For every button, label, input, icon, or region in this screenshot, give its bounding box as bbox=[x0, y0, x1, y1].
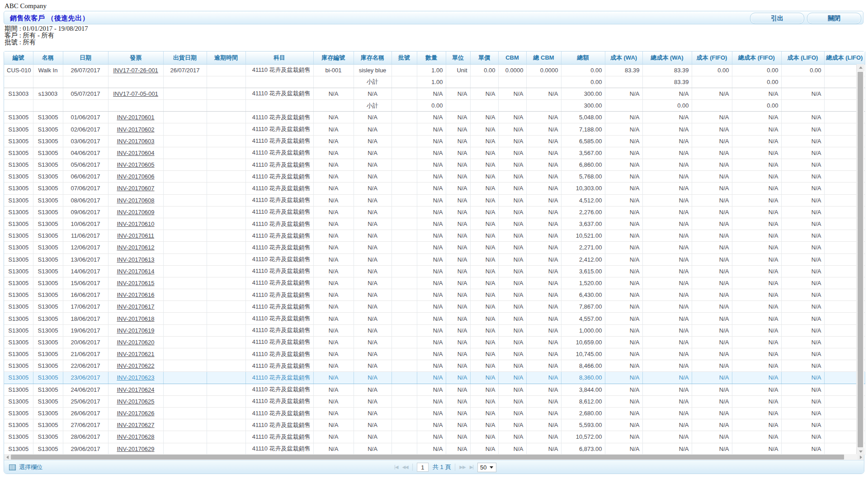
cell[interactable]: INV-20170623 bbox=[108, 372, 163, 384]
column-header-8[interactable]: 庫存名稱 bbox=[354, 52, 392, 64]
invoice-link[interactable]: INV-20170611 bbox=[117, 232, 154, 239]
table-row[interactable]: S13005S1300510/06/2017INV-2017061041110 … bbox=[4, 218, 865, 230]
cell[interactable]: INV-20170605 bbox=[108, 159, 163, 171]
invoice-link[interactable]: INV-20170612 bbox=[117, 244, 154, 251]
vertical-scrollbar[interactable] bbox=[856, 64, 864, 455]
column-header-15[interactable]: 總額 bbox=[561, 52, 605, 64]
cell[interactable]: INV-20170614 bbox=[108, 265, 163, 277]
table-row[interactable]: S13003s1300305/07/2017INV17-07-05-001411… bbox=[4, 88, 865, 99]
horizontal-scroll-thumb[interactable] bbox=[11, 455, 844, 460]
table-row[interactable]: S13005S1300524/06/2017INV-2017062441110 … bbox=[4, 384, 865, 395]
invoice-link[interactable]: INV-20170624 bbox=[117, 386, 154, 393]
table-row[interactable]: S13005S1300525/06/2017INV-2017062541110 … bbox=[4, 395, 865, 407]
table-row[interactable]: S13005S1300512/06/2017INV-2017061241110 … bbox=[4, 242, 865, 253]
column-header-5[interactable]: 逾期時間 bbox=[207, 52, 245, 64]
invoice-link[interactable]: INV-20170621 bbox=[117, 351, 154, 357]
cell[interactable]: INV-20170625 bbox=[108, 395, 163, 407]
cell[interactable]: INV-20170615 bbox=[108, 277, 163, 289]
cell[interactable]: INV-20170628 bbox=[108, 431, 163, 443]
export-button[interactable]: 引出 bbox=[750, 13, 804, 24]
column-header-19[interactable]: 總成本 (FIFO) bbox=[732, 52, 781, 64]
invoice-link[interactable]: INV-20170609 bbox=[117, 209, 154, 216]
invoice-link[interactable]: INV-20170610 bbox=[117, 221, 154, 227]
invoice-link[interactable]: INV-20170601 bbox=[117, 114, 154, 121]
cell[interactable]: INV-20170611 bbox=[108, 230, 163, 242]
table-row[interactable]: S13005S1300501/06/2017INV-2017060141110 … bbox=[4, 112, 865, 123]
table-row[interactable]: S13005S1300502/06/2017INV-2017060241110 … bbox=[4, 123, 865, 135]
cell[interactable]: INV-20170606 bbox=[108, 171, 163, 183]
vertical-scroll-thumb[interactable] bbox=[858, 72, 863, 447]
table-row[interactable]: S13005S1300522/06/2017INV-2017062241110 … bbox=[4, 360, 865, 372]
cell[interactable]: INV-20170629 bbox=[108, 443, 163, 455]
invoice-link[interactable]: INV-20170614 bbox=[117, 268, 154, 275]
column-header-18[interactable]: 成本 (FIFO) bbox=[692, 52, 732, 64]
page-size-select[interactable]: 50 bbox=[477, 463, 496, 472]
column-header-10[interactable]: 數量 bbox=[417, 52, 446, 64]
subtotal-row[interactable]: 小計0.00300.000.000.00 bbox=[4, 100, 865, 112]
column-header-2[interactable]: 日期 bbox=[63, 52, 108, 64]
table-row[interactable]: S13005S1300516/06/2017INV-2017061641110 … bbox=[4, 289, 865, 301]
table-row[interactable]: S13005S1300521/06/2017INV-2017062141110 … bbox=[4, 348, 865, 360]
table-row[interactable]: S13005S1300514/06/2017INV-2017061441110 … bbox=[4, 265, 865, 277]
page-input[interactable] bbox=[417, 463, 429, 472]
column-header-20[interactable]: 成本 (LIFO) bbox=[781, 52, 824, 64]
column-header-4[interactable]: 出貨日期 bbox=[163, 52, 207, 64]
invoice-link[interactable]: INV-20170627 bbox=[117, 422, 154, 428]
table-row[interactable]: S13005S1300503/06/2017INV-2017060341110 … bbox=[4, 135, 865, 147]
invoice-link[interactable]: INV-20170603 bbox=[117, 138, 154, 145]
table-row[interactable]: S13005S1300519/06/2017INV-2017061941110 … bbox=[4, 324, 865, 336]
table-row[interactable]: S13005S1300505/06/2017INV-2017060541110 … bbox=[4, 159, 865, 171]
invoice-link[interactable]: INV-20170626 bbox=[117, 410, 154, 417]
column-header-11[interactable]: 單位 bbox=[446, 52, 470, 64]
invoice-link[interactable]: INV-20170616 bbox=[117, 291, 154, 298]
invoice-link[interactable]: INV-20170606 bbox=[117, 173, 154, 180]
column-header-13[interactable]: CBM bbox=[498, 52, 526, 64]
invoice-link[interactable]: INV-20170629 bbox=[117, 446, 154, 452]
cell[interactable]: INV-20170601 bbox=[108, 112, 163, 123]
column-header-14[interactable]: 總 CBM bbox=[526, 52, 561, 64]
cell[interactable]: INV-20170620 bbox=[108, 336, 163, 348]
invoice-link[interactable]: INV-20170604 bbox=[117, 150, 154, 156]
column-header-12[interactable]: 單價 bbox=[470, 52, 498, 64]
invoice-link[interactable]: INV-20170618 bbox=[117, 315, 154, 322]
cell[interactable]: INV-20170616 bbox=[108, 289, 163, 301]
scroll-left-arrow-icon[interactable] bbox=[4, 454, 10, 460]
invoice-link[interactable]: INV-20170602 bbox=[117, 126, 154, 133]
table-row[interactable]: S13005S1300515/06/2017INV-2017061541110 … bbox=[4, 277, 865, 289]
cell[interactable]: INV17-07-05-001 bbox=[108, 88, 163, 99]
table-row[interactable]: S13005S1300527/06/2017INV-2017062741110 … bbox=[4, 419, 865, 431]
column-header-7[interactable]: 庫存編號 bbox=[313, 52, 354, 64]
table-row[interactable]: S13005S1300513/06/2017INV-2017061341110 … bbox=[4, 253, 865, 265]
cell[interactable]: INV-20170626 bbox=[108, 407, 163, 419]
column-header-21[interactable]: 總成本 (LIFO) bbox=[824, 52, 865, 64]
cell[interactable]: INV-20170618 bbox=[108, 313, 163, 324]
invoice-link[interactable]: INV-20170605 bbox=[117, 161, 154, 168]
close-button[interactable]: 關閉 bbox=[807, 13, 861, 24]
subtotal-row[interactable]: 小計1.000.0083.390.00 bbox=[4, 76, 865, 88]
next-page-button[interactable]: ▶▶ bbox=[459, 462, 465, 472]
table-row[interactable]: S13005S1300511/06/2017INV-2017061141110 … bbox=[4, 230, 865, 242]
cell[interactable]: INV-20170604 bbox=[108, 147, 163, 159]
cell[interactable]: INV17-07-26-001 bbox=[108, 64, 163, 76]
invoice-link[interactable]: INV17-07-05-001 bbox=[113, 90, 158, 97]
prev-page-button[interactable]: ◀◀ bbox=[402, 462, 408, 472]
table-row[interactable]: S13005S1300528/06/2017INV-2017062841110 … bbox=[4, 431, 865, 443]
invoice-link[interactable]: INV-20170613 bbox=[117, 256, 154, 263]
table-row[interactable]: S13005S1300529/06/2017INV-2017062941110 … bbox=[4, 443, 865, 455]
column-header-6[interactable]: 科目 bbox=[245, 52, 313, 64]
invoice-link[interactable]: INV-20170620 bbox=[117, 339, 154, 346]
table-row[interactable]: S13005S1300504/06/2017INV-2017060441110 … bbox=[4, 147, 865, 159]
table-row[interactable]: CUS-010Walk In26/07/2017INV17-07-26-0012… bbox=[4, 64, 865, 76]
cell[interactable]: INV-20170617 bbox=[108, 301, 163, 313]
table-row[interactable]: S13005S1300506/06/2017INV-2017060641110 … bbox=[4, 171, 865, 183]
invoice-link[interactable]: INV-20170625 bbox=[117, 398, 154, 405]
cell[interactable]: INV-20170612 bbox=[108, 242, 163, 253]
invoice-link[interactable]: INV-20170608 bbox=[117, 197, 154, 204]
cell[interactable]: INV-20170622 bbox=[108, 360, 163, 372]
table-row[interactable]: S13005S1300518/06/2017INV-2017061841110 … bbox=[4, 313, 865, 324]
invoice-link[interactable]: INV-20170607 bbox=[117, 185, 154, 192]
cell[interactable]: INV-20170610 bbox=[108, 218, 163, 230]
first-page-button[interactable]: |◀ bbox=[394, 462, 398, 472]
column-header-16[interactable]: 成本 (WA) bbox=[605, 52, 642, 64]
horizontal-scrollbar[interactable] bbox=[4, 454, 864, 460]
